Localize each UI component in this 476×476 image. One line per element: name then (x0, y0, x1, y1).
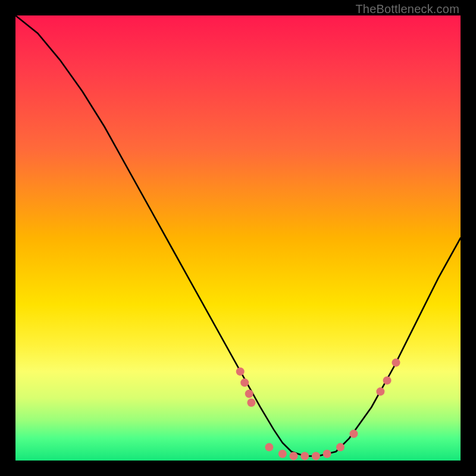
curve-marker (265, 443, 273, 452)
curve-marker (376, 387, 384, 396)
curve-marker (383, 376, 392, 384)
bottleneck-curve (15, 15, 461, 456)
curve-marker (350, 430, 358, 438)
curve-marker (392, 358, 400, 367)
curve-marker (336, 443, 345, 452)
curve-marker (240, 378, 249, 387)
watermark-label: TheBottleneck.com (355, 2, 459, 16)
curve-marker (278, 450, 287, 458)
curve-markers (236, 358, 400, 460)
curve-marker (245, 390, 253, 398)
chart-svg (15, 15, 461, 461)
curve-marker (300, 452, 309, 461)
curve-marker (290, 452, 298, 461)
chart-plot-area (15, 15, 461, 461)
curve-marker (247, 399, 255, 407)
curve-marker (312, 452, 320, 461)
curve-marker (236, 367, 245, 375)
curve-marker (323, 450, 331, 458)
chart-frame: TheBottleneck.com (0, 0, 476, 476)
